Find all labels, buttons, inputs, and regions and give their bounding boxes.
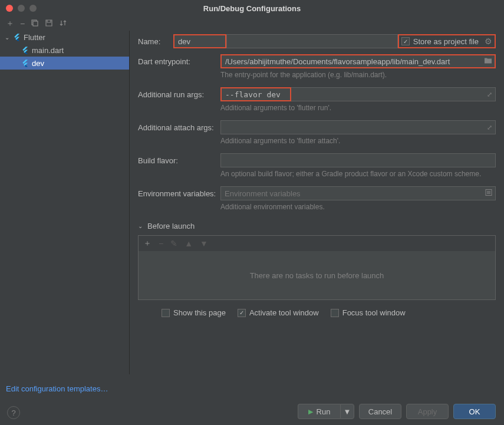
store-project-checkbox[interactable] [401,37,410,45]
env-input[interactable] [220,186,496,200]
apply-button[interactable]: Apply [406,404,449,419]
help-icon[interactable]: ? [7,406,20,419]
window-title: Run/Debug Configurations [0,4,504,13]
edit-templates-link[interactable]: Edit configuration templates… [6,384,108,393]
remove-icon[interactable]: − [159,239,163,248]
name-label: Name: [138,37,173,46]
flutter-icon [13,33,21,41]
config-form: Name: Store as project file ⚙ Dart entry… [130,31,504,374]
up-icon[interactable]: ▲ [185,239,193,248]
name-input[interactable] [173,34,226,48]
edit-icon[interactable]: ✎ [170,239,177,248]
before-launch-title: Before launch [147,222,195,230]
env-hint: Additional environment variables. [220,203,496,211]
build-flavor-label: Build flavor: [138,156,220,165]
attach-args-input[interactable] [220,120,496,134]
tree-item-dev[interactable]: dev [0,57,129,70]
build-flavor-hint: An optional build flavor; either a Gradl… [220,170,496,178]
options-row: Show this page Activate tool window Focu… [138,308,496,317]
tree-item-label: main.dart [32,46,64,55]
add-icon[interactable]: ＋ [6,18,14,29]
activate-window-checkbox[interactable] [238,309,246,317]
entrypoint-hint: The entry-point for the application (e.g… [220,71,496,79]
show-page-label: Show this page [173,308,226,317]
tree-item-main[interactable]: main.dart [0,44,129,57]
run-dropdown[interactable]: ▼ [340,404,354,419]
before-launch-toolbar: ＋ − ✎ ▲ ▼ [139,236,495,251]
titlebar: Run/Debug Configurations [0,0,504,17]
store-project-label: Store as project file [413,37,479,46]
add-icon[interactable]: ＋ [143,238,151,249]
run-args-label: Additional run args: [138,90,220,99]
entrypoint-input[interactable] [220,54,496,68]
gear-icon[interactable]: ⚙ [485,37,492,46]
down-icon[interactable]: ▼ [200,239,208,248]
run-button-group: ▶ Run ▼ [298,404,354,419]
focus-window-checkbox[interactable] [331,309,339,317]
cancel-button[interactable]: Cancel [359,404,401,419]
bottom-bar: ▶ Run ▼ Cancel Apply OK [0,398,504,425]
ok-button[interactable]: OK [453,404,496,419]
activate-window-label: Activate tool window [249,308,319,317]
flutter-icon [21,59,29,67]
copy-icon[interactable] [31,19,39,29]
remove-icon[interactable]: − [20,19,25,28]
run-args-input-ext[interactable] [291,87,496,101]
flutter-icon [21,46,29,54]
svg-rect-1 [33,21,38,26]
run-button[interactable]: ▶ Run [298,404,340,419]
chevron-down-icon: ⌄ [5,34,11,41]
build-flavor-input[interactable] [220,153,496,167]
before-launch-header[interactable]: ⌄ Before launch [138,222,496,230]
sort-icon[interactable] [59,19,67,29]
activate-window-option[interactable]: Activate tool window [238,308,319,317]
save-icon[interactable] [45,19,53,29]
run-args-hint: Additional arguments to 'flutter run'. [220,104,496,112]
attach-args-hint: Additional arguments to 'flutter attach'… [220,137,496,145]
focus-window-option[interactable]: Focus tool window [331,308,406,317]
name-input-ext[interactable] [226,34,398,48]
before-launch-empty: There are no tasks to run before launch [139,251,495,299]
before-launch-box: ＋ − ✎ ▲ ▼ There are no tasks to run befo… [138,235,496,300]
attach-args-label: Additional attach args: [138,123,220,132]
config-toolbar: ＋ − [0,17,504,31]
tree-root-flutter[interactable]: ⌄ Flutter [0,31,129,44]
show-page-checkbox[interactable] [162,309,170,317]
chevron-down-icon: ⌄ [138,223,144,229]
show-page-option[interactable]: Show this page [162,308,226,317]
run-button-label: Run [317,407,331,416]
env-label: Environment variables: [138,189,220,198]
run-args-input[interactable] [220,87,291,101]
entrypoint-label: Dart entrypoint: [138,57,220,66]
config-tree: ⌄ Flutter main.dart dev [0,31,130,374]
tree-root-label: Flutter [24,33,45,42]
play-icon: ▶ [308,408,313,416]
focus-window-label: Focus tool window [342,308,406,317]
tree-item-label: dev [32,59,44,68]
